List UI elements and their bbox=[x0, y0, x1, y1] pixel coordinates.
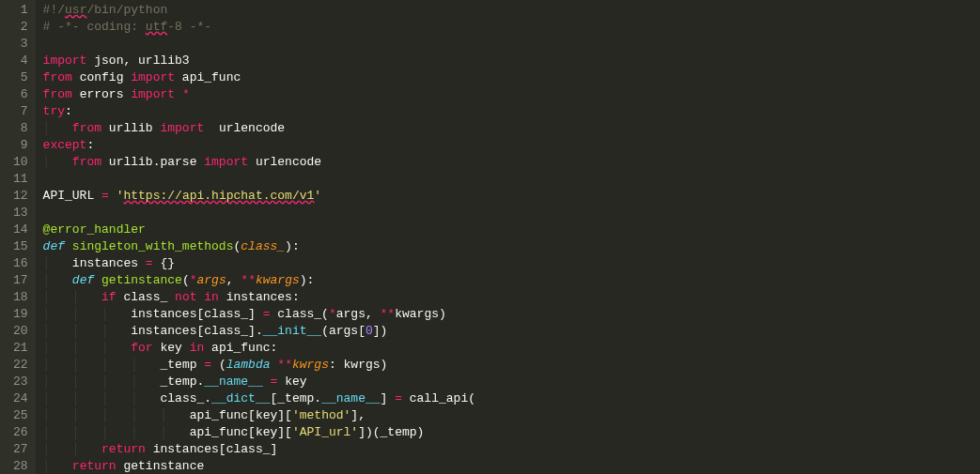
code-line[interactable]: │ return getinstance bbox=[43, 458, 980, 474]
code-token: getinstance bbox=[117, 459, 205, 473]
code-line[interactable]: │ │ │ instances[class_].__init__(args[0]… bbox=[43, 323, 980, 340]
code-line[interactable]: # -*- coding: utf-8 -*- bbox=[43, 19, 980, 36]
code-line[interactable]: from errors import * bbox=[43, 86, 980, 103]
line-number: 7 bbox=[13, 103, 28, 120]
code-line[interactable]: │ │ │ │ _temp = (lambda **kwrgs: kwrgs) bbox=[43, 357, 980, 374]
line-number: 1 bbox=[13, 2, 28, 19]
code-line[interactable]: │ from urllib.parse import urlencode bbox=[43, 154, 980, 171]
code-line[interactable]: @error_handler bbox=[43, 222, 980, 238]
code-token bbox=[109, 189, 117, 203]
code-token: lambda bbox=[226, 358, 271, 372]
code-token: error_handler bbox=[50, 222, 145, 237]
editor-gutter: 1234567891011121314151617181920212223242… bbox=[0, 0, 36, 474]
code-line[interactable] bbox=[43, 36, 980, 53]
code-token: ] bbox=[381, 391, 396, 405]
code-line[interactable]: #!/usr/bin/python bbox=[43, 2, 980, 19]
indent-guide: │ bbox=[43, 307, 72, 321]
code-token: urlencode bbox=[248, 155, 321, 169]
code-line[interactable]: API_URL = 'https://api.hipchat.com/v1' bbox=[43, 188, 980, 205]
code-token: instances: bbox=[219, 290, 300, 304]
code-token: in bbox=[190, 341, 205, 355]
indent-guide: │ bbox=[72, 391, 101, 405]
indent-guide: │ bbox=[101, 408, 131, 422]
line-number: 4 bbox=[13, 53, 28, 69]
indent-guide: │ bbox=[72, 307, 101, 321]
code-token: __name__ bbox=[204, 375, 262, 389]
code-token: = bbox=[101, 189, 109, 203]
editor-code-area[interactable]: #!/usr/bin/python# -*- coding: utf-8 -*-… bbox=[36, 0, 980, 474]
indent-guide: │ bbox=[43, 358, 72, 372]
indent-guide: │ bbox=[43, 324, 72, 338]
code-line[interactable]: │ │ if class_ not in instances: bbox=[43, 289, 980, 306]
code-token: for bbox=[131, 341, 152, 355]
line-number: 17 bbox=[13, 272, 28, 289]
code-line[interactable]: │ │ return instances[class_] bbox=[43, 441, 980, 458]
indent-guide: │ bbox=[43, 391, 72, 405]
code-line[interactable]: │ │ │ │ _temp.__name__ = key bbox=[43, 374, 980, 390]
indent-guide: │ bbox=[43, 290, 72, 304]
indent-guide: │ bbox=[101, 391, 131, 405]
code-token: __dict__ bbox=[211, 391, 270, 405]
code-line[interactable]: from config import api_func bbox=[43, 69, 980, 86]
code-token: = bbox=[395, 391, 402, 405]
code-editor[interactable]: 1234567891011121314151617181920212223242… bbox=[0, 0, 980, 474]
code-token: ** bbox=[277, 358, 292, 372]
line-number: 6 bbox=[13, 86, 28, 103]
code-line[interactable]: except: bbox=[43, 137, 980, 154]
code-line[interactable]: │ from urllib import urlencode bbox=[43, 120, 980, 137]
code-token: [_temp. bbox=[271, 391, 322, 405]
code-token: https://api.hipchat.com/v1 bbox=[123, 189, 314, 203]
line-number: 9 bbox=[13, 137, 28, 154]
code-line[interactable]: │ │ │ │ class_.__dict__[_temp.__name__] … bbox=[43, 390, 980, 407]
code-token: return bbox=[72, 459, 117, 473]
code-token: key bbox=[153, 341, 190, 355]
code-token: _temp bbox=[160, 358, 204, 372]
line-number: 23 bbox=[13, 374, 28, 390]
line-number: 24 bbox=[13, 390, 28, 407]
indent-guide: │ bbox=[131, 358, 160, 372]
code-line[interactable]: try: bbox=[43, 103, 980, 120]
code-token: __name__ bbox=[321, 391, 380, 405]
code-line[interactable]: │ │ │ for key in api_func: bbox=[43, 340, 980, 357]
line-number: 13 bbox=[13, 205, 28, 222]
code-token: {} bbox=[153, 256, 175, 270]
code-token: class_ bbox=[117, 290, 175, 304]
code-token: ** bbox=[381, 307, 396, 321]
code-token: = bbox=[204, 358, 211, 372]
code-token: API_URL bbox=[43, 189, 101, 203]
indent-guide: │ bbox=[43, 375, 72, 389]
indent-guide: │ bbox=[72, 442, 101, 456]
code-line[interactable]: │ │ │ │ │ api_func[key]['method'], bbox=[43, 407, 980, 424]
code-token: ): bbox=[300, 273, 315, 287]
code-line[interactable] bbox=[43, 171, 980, 188]
indent-guide: │ bbox=[72, 341, 101, 355]
code-token: kwrgs bbox=[292, 358, 329, 372]
indent-guide: │ bbox=[43, 121, 72, 135]
code-token: not bbox=[175, 290, 196, 304]
code-token: ]) bbox=[373, 324, 388, 338]
code-token: kwargs) bbox=[395, 307, 446, 321]
code-line[interactable] bbox=[43, 205, 980, 222]
code-token: # -*- coding: bbox=[43, 20, 146, 34]
line-number: 15 bbox=[13, 238, 28, 255]
line-number: 2 bbox=[13, 19, 28, 36]
indent-guide: │ bbox=[72, 324, 101, 338]
code-token: instances[class_] bbox=[146, 442, 277, 456]
code-line[interactable]: │ │ │ │ │ api_func[key]['API_url'])(_tem… bbox=[43, 424, 980, 441]
code-token: args bbox=[197, 273, 226, 287]
code-line[interactable]: import json, urllib3 bbox=[43, 53, 980, 69]
code-token: urllib3 bbox=[131, 54, 189, 68]
line-number: 18 bbox=[13, 289, 28, 306]
code-line[interactable]: │ instances = {} bbox=[43, 255, 980, 272]
line-number: 28 bbox=[13, 458, 28, 474]
code-line[interactable]: │ def getinstance(*args, **kwargs): bbox=[43, 272, 980, 289]
indent-guide: │ bbox=[72, 358, 101, 372]
indent-guide: │ bbox=[101, 358, 131, 372]
code-token: ): bbox=[285, 239, 300, 253]
code-token: singleton_with_methods bbox=[72, 239, 234, 253]
code-token: * bbox=[182, 87, 190, 101]
indent-guide: │ bbox=[43, 155, 72, 169]
code-line[interactable]: def singleton_with_methods(class_): bbox=[43, 238, 980, 255]
indent-guide: │ bbox=[101, 324, 131, 338]
code-line[interactable]: │ │ │ instances[class_] = class_(*args, … bbox=[43, 306, 980, 323]
